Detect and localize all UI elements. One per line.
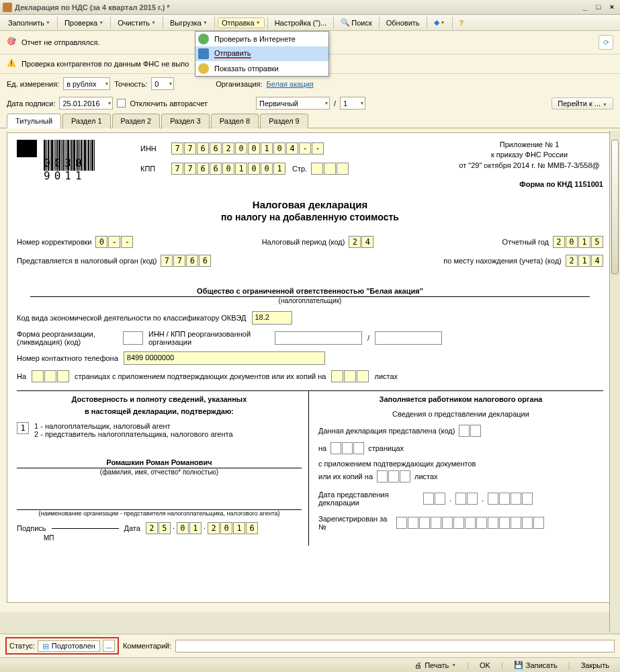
precision-select[interactable]: 0 — [151, 77, 174, 90]
pages-mid: страницах с приложением подтверждающих д… — [75, 372, 326, 380]
sign-date-cells[interactable]: 25.01.2016 — [146, 522, 258, 534]
send-item[interactable]: Отправить — [195, 46, 328, 61]
page-cells — [311, 163, 349, 175]
doc-subtitle: по налогу на добавленную стоимость — [17, 212, 603, 222]
bottom-bar: 🖨Печать ▼ | OK | 💾Записать | Закрыть — [0, 657, 620, 672]
pages-count[interactable] — [32, 370, 69, 382]
help-button[interactable]: ? — [455, 17, 468, 28]
save-button[interactable]: 💾Записать — [508, 659, 563, 671]
warning-icon: ⚠️ — [7, 58, 17, 69]
tab-section3[interactable]: Раздел 3 — [161, 114, 210, 128]
check-button[interactable]: Проверка▼ — [60, 17, 107, 28]
send-dropdown-menu: Проверить в Интернете Отправить Показать… — [195, 31, 329, 77]
phone-label: Номер контактного телефона — [17, 354, 118, 362]
maximize-button[interactable]: □ — [593, 3, 604, 12]
opt1: 1 - налогоплательщик, налоговый агент — [34, 422, 233, 430]
status-label: Статус: — [9, 642, 35, 650]
mp-label: МП — [44, 534, 302, 542]
left-column: Достоверность и полноту сведений, указан… — [17, 391, 309, 546]
corr-cells[interactable]: 0-- — [95, 236, 133, 248]
tab-section2[interactable]: Раздел 2 — [112, 114, 161, 128]
inn-cells[interactable]: 7766200104-- — [171, 142, 324, 155]
type-select[interactable]: Первичный — [256, 97, 330, 110]
reorg-inn-input[interactable] — [275, 331, 362, 345]
send-button[interactable]: Отправка▼ — [218, 17, 265, 28]
titlebar: Декларация по НДС (за 4 квартал 2015 г.)… — [0, 0, 620, 15]
unit-select[interactable]: в рублях — [63, 77, 110, 90]
opt2: 2 - представитель налогоплательщика, нал… — [34, 430, 233, 438]
status-value[interactable]: ▤ Подготовлен — [38, 640, 100, 652]
signer-code[interactable]: 1 — [17, 422, 29, 434]
show-sends-item[interactable]: Показать отправки — [195, 61, 328, 76]
close-button[interactable]: × — [607, 3, 617, 12]
okved-label: Код вида экономической деятельности по к… — [17, 314, 247, 322]
upload-button[interactable]: Выгрузка▼ — [166, 17, 212, 28]
r-pages-label: страницах — [368, 444, 404, 452]
reorg-inn-label: ИНН / КПП реорганизованной организации — [148, 330, 269, 346]
loc-label: по месту нахождения (учета) (код) — [443, 257, 562, 265]
doc-header: 0030 9011 ИНН 7766200104-- КПП 776601001… — [17, 140, 603, 180]
page-label: Стр. — [292, 165, 307, 173]
okved-input[interactable]: 18.2 — [252, 311, 292, 325]
tab-section8[interactable]: Раздел 8 — [211, 114, 259, 128]
kpp-cells[interactable]: 776601001 — [171, 163, 285, 175]
sign-date-label: Дата подписи: — [7, 99, 55, 108]
autoreset-checkbox[interactable] — [117, 99, 126, 108]
clear-button[interactable]: Очистить▼ — [114, 17, 160, 28]
org-sub: (налогоплательщик) — [17, 297, 603, 304]
toolbar: Заполнить▼ Проверка▼ Очистить▼ Выгрузка▼… — [0, 15, 620, 31]
right-sub: Сведения о представлении декларации — [318, 410, 603, 418]
attach-label: с приложением подтверждающих документов — [318, 460, 603, 468]
reorg-slash: / — [367, 334, 369, 342]
type-number[interactable]: 1 — [340, 97, 365, 110]
taxauth-cells[interactable]: 7766 — [161, 255, 211, 267]
org-link[interactable]: Белая акация — [267, 80, 314, 88]
list-icon — [198, 63, 209, 74]
minimize-button[interactable]: _ — [580, 3, 590, 12]
tab-section9[interactable]: Раздел 9 — [260, 114, 308, 128]
pages-pre: На — [17, 372, 26, 380]
right-title: Заполняется работником налогового органа — [318, 395, 603, 403]
period-cells[interactable]: 24 — [349, 236, 373, 248]
settings-button[interactable]: Настройка (")... — [271, 17, 331, 28]
goto-button[interactable]: Перейти к ... ▼ — [551, 97, 613, 110]
ok-button[interactable]: OK — [474, 660, 496, 671]
info-counterparty-text: Проверка контрагентов по данным ФНС не в… — [21, 60, 189, 68]
r-date-label: Дата представления декларации — [318, 491, 419, 507]
refresh-icon: ⟳ — [603, 38, 609, 47]
reorg-kpp-input[interactable] — [375, 331, 442, 345]
info-not-sent-text: Отчет не отправлялся. — [21, 38, 99, 46]
search-button[interactable]: 🔍Поиск — [337, 17, 375, 29]
reorg-code-input[interactable] — [123, 331, 143, 345]
refresh-info-button[interactable]: ⟳ — [599, 35, 613, 50]
status-box: Статус: ▤ Подготовлен ... — [5, 637, 119, 655]
loc-cells[interactable]: 214 — [566, 255, 603, 267]
doc-container: 0030 9011 ИНН 7766200104-- КПП 776601001… — [0, 128, 620, 612]
scrollbar[interactable] — [609, 130, 620, 632]
on-label: на — [318, 444, 326, 452]
status-browse-button[interactable]: ... — [103, 640, 115, 652]
globe-icon — [198, 34, 209, 44]
print-button[interactable]: 🖨Печать ▼ — [409, 660, 461, 671]
sign-date-input[interactable]: 25.01.2016 — [59, 97, 113, 110]
taxauth-label: Представляется в налоговый орган (код) — [17, 257, 157, 265]
app-icon — [3, 3, 12, 12]
alignment-icon: ◆ — [434, 18, 439, 27]
tab-title[interactable]: Титульный — [7, 114, 61, 128]
org-name: Общество с ограниченной ответственностью… — [30, 287, 590, 297]
precision-label: Точность: — [114, 80, 147, 88]
tab-section1[interactable]: Раздел 1 — [62, 114, 111, 128]
fill-button[interactable]: Заполнить▼ — [4, 17, 54, 28]
phone-input[interactable]: 8499 0000000 — [124, 351, 325, 365]
target-icon: 🎯 — [7, 37, 17, 48]
comment-input[interactable] — [175, 640, 615, 653]
year-cells[interactable]: 2015 — [553, 236, 603, 248]
alignment-button[interactable]: ◆▼ — [430, 17, 449, 28]
comment-label: Комментарий: — [123, 642, 171, 650]
check-internet-item[interactable]: Проверить в Интернете — [195, 32, 328, 46]
refresh-button[interactable]: Обновить — [382, 17, 424, 28]
corr-label: Номер корректировки — [17, 238, 91, 246]
attach-count[interactable] — [331, 370, 369, 382]
rep-sub: (наименование организации - представител… — [17, 510, 302, 517]
close-form-button[interactable]: Закрыть — [576, 660, 615, 671]
